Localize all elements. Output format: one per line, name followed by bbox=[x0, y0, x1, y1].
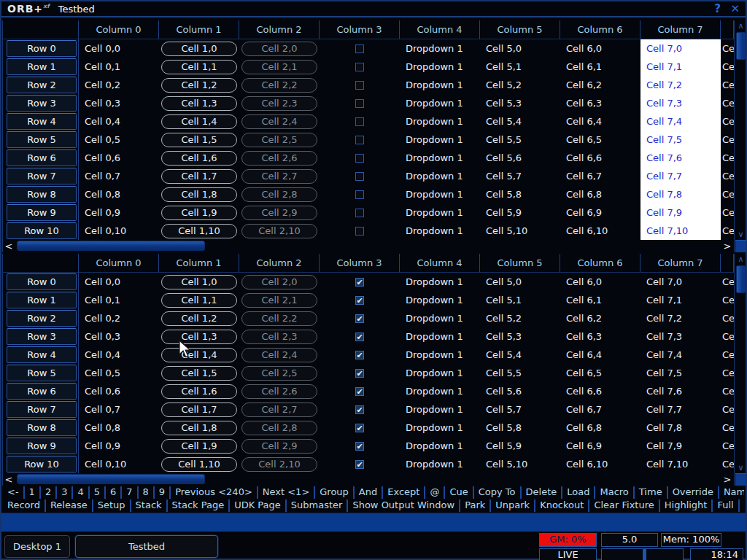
checkbox[interactable]: ✔ bbox=[355, 387, 364, 396]
editable-text-cell[interactable]: Cell 7,8 bbox=[640, 185, 721, 203]
editable-text-cell[interactable]: Cell 7,9 bbox=[640, 203, 721, 222]
command-key-key[interactable]: Knockout bbox=[534, 499, 588, 512]
checkbox[interactable]: ✔ bbox=[355, 405, 364, 414]
horizontal-scroll-track[interactable] bbox=[15, 240, 721, 252]
vertical-scroll-thumb[interactable] bbox=[736, 265, 746, 293]
horizontal-scroll-track[interactable] bbox=[15, 473, 721, 486]
command-key-key[interactable]: Park bbox=[459, 499, 489, 512]
command-key-key[interactable]: Stack bbox=[130, 499, 166, 512]
checkbox[interactable]: ✔ bbox=[355, 369, 364, 378]
row-header[interactable]: Row 9 bbox=[7, 204, 77, 221]
row-header[interactable]: Row 3 bbox=[7, 95, 77, 112]
scroll-down-icon[interactable]: ∨ bbox=[735, 462, 747, 473]
command-key-key[interactable]: Full bbox=[711, 499, 738, 512]
command-key-key[interactable]: Submaster bbox=[285, 499, 347, 512]
checkbox[interactable]: ✔ bbox=[355, 460, 364, 469]
softkey-key[interactable]: Time bbox=[633, 486, 667, 499]
cell-button[interactable]: Cell 1,7 bbox=[161, 169, 237, 184]
softkey-key[interactable]: 5 bbox=[88, 486, 104, 499]
checkbox[interactable]: ✔ bbox=[355, 332, 364, 341]
horizontal-scroll-thumb[interactable] bbox=[17, 241, 205, 251]
cell-button[interactable]: Cell 1,1 bbox=[161, 60, 237, 74]
dropdown-cell[interactable]: Dropdown 1 bbox=[400, 94, 480, 112]
cell-button[interactable]: Cell 1,9 bbox=[161, 206, 237, 220]
checkbox[interactable] bbox=[355, 190, 364, 199]
desktop-button[interactable]: Desktop 1 bbox=[4, 535, 70, 558]
dropdown-cell[interactable]: Dropdown 1 bbox=[400, 76, 480, 94]
checkbox[interactable]: ✔ bbox=[355, 296, 364, 305]
editable-text-cell[interactable]: Cell 7,2 bbox=[640, 76, 721, 94]
cell-button[interactable]: Cell 1,6 bbox=[161, 151, 237, 166]
row-header[interactable]: Row 0 bbox=[7, 273, 77, 290]
row-header[interactable]: Row 8 bbox=[7, 186, 77, 203]
cell-button[interactable]: Cell 1,2 bbox=[161, 311, 237, 326]
dropdown-cell[interactable]: Dropdown 1 bbox=[400, 419, 480, 437]
dropdown-cell[interactable]: Dropdown 1 bbox=[400, 309, 480, 327]
softkey-key[interactable]: And bbox=[353, 486, 382, 499]
row-header[interactable]: Row 5 bbox=[7, 365, 77, 381]
dropdown-cell[interactable]: Dropdown 1 bbox=[400, 131, 480, 149]
command-key-key[interactable]: UDK Page bbox=[228, 499, 285, 512]
dropdown-cell[interactable]: Dropdown 1 bbox=[400, 273, 480, 291]
dropdown-cell[interactable]: Dropdown 1 bbox=[400, 455, 480, 473]
editable-text-cell[interactable]: Cell 7,0 bbox=[640, 39, 721, 58]
row-header[interactable]: Row 1 bbox=[7, 292, 77, 308]
checkbox[interactable]: ✔ bbox=[355, 314, 364, 323]
dropdown-cell[interactable]: Dropdown 1 bbox=[400, 222, 480, 240]
row-header[interactable]: Row 7 bbox=[7, 168, 77, 184]
dropdown-cell[interactable]: Dropdown 1 bbox=[400, 437, 480, 455]
command-key-key[interactable]: Stack Page bbox=[166, 499, 229, 512]
row-header[interactable]: Row 2 bbox=[7, 77, 77, 93]
checkbox[interactable] bbox=[355, 172, 364, 181]
checkbox[interactable] bbox=[355, 81, 364, 90]
row-header[interactable]: Row 4 bbox=[7, 113, 77, 130]
checkbox[interactable] bbox=[355, 99, 364, 108]
softkey-key[interactable]: 9 bbox=[153, 486, 169, 499]
editable-text-cell[interactable]: Cell 7,6 bbox=[640, 149, 721, 167]
checkbox[interactable] bbox=[355, 154, 364, 163]
dropdown-cell[interactable]: Dropdown 1 bbox=[400, 400, 480, 419]
scroll-left-icon[interactable]: < bbox=[3, 241, 15, 252]
close-icon[interactable]: ✕ bbox=[730, 2, 740, 15]
cell-button[interactable]: Cell 1,0 bbox=[161, 275, 237, 289]
softkey-key[interactable]: 8 bbox=[137, 486, 153, 499]
row-header[interactable]: Row 8 bbox=[7, 419, 77, 436]
cell-button[interactable]: Cell 1,6 bbox=[161, 384, 237, 399]
checkbox[interactable]: ✔ bbox=[355, 278, 364, 287]
row-header[interactable]: Row 6 bbox=[7, 383, 77, 400]
command-key-key[interactable]: Rem Dim bbox=[738, 499, 744, 512]
softkey-key[interactable]: Override bbox=[667, 486, 718, 499]
softkey-key[interactable]: 3 bbox=[55, 486, 71, 499]
softkey-key[interactable]: Name bbox=[718, 486, 744, 499]
dropdown-cell[interactable]: Dropdown 1 bbox=[400, 185, 480, 203]
scroll-up-icon[interactable]: ∧ bbox=[735, 20, 747, 31]
softkey-key[interactable]: Macro bbox=[594, 486, 632, 499]
cell-button[interactable]: Cell 1,9 bbox=[161, 439, 237, 454]
softkey-key[interactable]: Previous <240> bbox=[169, 486, 257, 499]
dropdown-cell[interactable]: Dropdown 1 bbox=[400, 327, 480, 346]
dropdown-cell[interactable]: Dropdown 1 bbox=[400, 39, 480, 58]
editable-text-cell[interactable]: Cell 7,3 bbox=[640, 94, 721, 112]
row-header[interactable]: Row 10 bbox=[7, 456, 77, 472]
command-key-key[interactable]: Unpark bbox=[489, 499, 534, 512]
command-key-key[interactable]: Clear Fixture bbox=[588, 499, 658, 512]
softkey-key[interactable]: 2 bbox=[39, 486, 55, 499]
vertical-scroll-thumb[interactable] bbox=[736, 32, 746, 60]
softkey-key[interactable]: Copy To bbox=[473, 486, 520, 499]
cell-button[interactable]: Cell 1,2 bbox=[161, 78, 237, 93]
scroll-down-icon[interactable]: ∨ bbox=[735, 229, 747, 240]
cell-button[interactable]: Cell 1,0 bbox=[161, 42, 237, 56]
cell-button[interactable]: Cell 1,5 bbox=[161, 366, 237, 381]
scroll-right-icon[interactable]: > bbox=[721, 241, 734, 252]
command-key-key[interactable]: Record bbox=[3, 499, 44, 512]
row-header[interactable]: Row 9 bbox=[7, 438, 77, 454]
softkey-key[interactable]: 6 bbox=[104, 486, 120, 499]
cell-button[interactable]: Cell 1,4 bbox=[161, 114, 237, 129]
dropdown-cell[interactable]: Dropdown 1 bbox=[400, 58, 480, 76]
checkbox[interactable]: ✔ bbox=[355, 442, 364, 451]
testbed-window-button[interactable]: Testbed bbox=[75, 535, 218, 558]
row-header[interactable]: Row 5 bbox=[7, 131, 77, 148]
editable-text-cell[interactable]: Cell 7,4 bbox=[640, 112, 721, 131]
command-key-key[interactable]: Setup bbox=[92, 499, 130, 512]
cell-button[interactable]: Cell 1,7 bbox=[161, 402, 237, 417]
